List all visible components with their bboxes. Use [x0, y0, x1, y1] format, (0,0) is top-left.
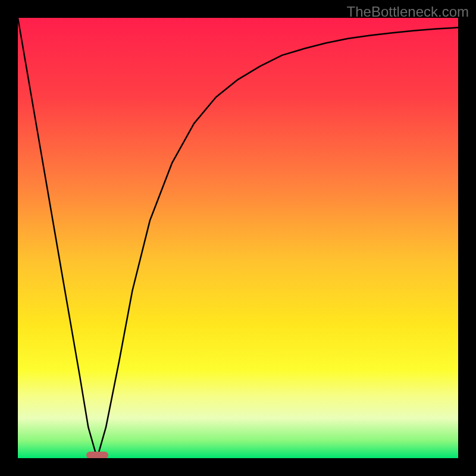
chart-frame: TheBottleneck.com [0, 0, 476, 476]
curve-layer [18, 18, 458, 458]
optimum-marker [86, 452, 108, 458]
bottleneck-curve [18, 18, 458, 458]
watermark-text: TheBottleneck.com [347, 4, 469, 20]
plot-area [18, 18, 458, 458]
